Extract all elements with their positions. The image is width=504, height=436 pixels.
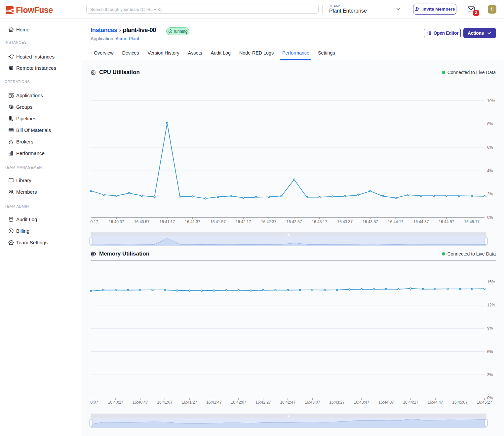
svg-text:16:41:37: 16:41:37 <box>185 219 200 224</box>
svg-text:16:41:07: 16:41:07 <box>157 400 173 405</box>
svg-text:12%: 12% <box>487 303 495 307</box>
svg-text:16:45:17: 16:45:17 <box>464 219 480 224</box>
svg-text:0%: 0% <box>487 396 493 400</box>
svg-text:8%: 8% <box>487 122 493 126</box>
svg-text:16:42:17: 16:42:17 <box>236 219 251 224</box>
svg-text:16:45:27: 16:45:27 <box>477 400 492 405</box>
svg-text:4%: 4% <box>487 169 493 173</box>
svg-text:9%: 9% <box>487 326 493 331</box>
svg-text:16:43:17: 16:43:17 <box>312 219 327 224</box>
svg-text:16:42:27: 16:42:27 <box>255 400 271 405</box>
svg-text:16:43:07: 16:43:07 <box>305 400 320 405</box>
svg-text:16:44:17: 16:44:17 <box>388 219 404 224</box>
svg-text:16:43:27: 16:43:27 <box>329 400 345 405</box>
svg-text:2%: 2% <box>487 192 493 196</box>
svg-text:0:07: 0:07 <box>91 400 98 405</box>
svg-text:16:44:57: 16:44:57 <box>439 219 454 224</box>
svg-text:10%: 10% <box>487 99 495 103</box>
svg-text:16:40:37: 16:40:37 <box>109 219 124 224</box>
svg-text:16:43:57: 16:43:57 <box>363 219 378 224</box>
svg-text:0:17: 0:17 <box>91 219 98 224</box>
svg-text:16:44:47: 16:44:47 <box>428 400 443 405</box>
svg-text:16:41:47: 16:41:47 <box>206 400 222 405</box>
svg-text:16:40:27: 16:40:27 <box>108 400 124 405</box>
svg-text:0%: 0% <box>487 215 493 220</box>
svg-text:16:40:47: 16:40:47 <box>133 400 148 405</box>
svg-text:16:42:07: 16:42:07 <box>231 400 247 405</box>
svg-text:16:41:17: 16:41:17 <box>160 219 175 224</box>
svg-text:16:44:37: 16:44:37 <box>413 219 429 224</box>
svg-text:16:43:47: 16:43:47 <box>354 400 369 405</box>
svg-text:6%: 6% <box>487 349 493 354</box>
svg-text:6%: 6% <box>487 145 493 150</box>
svg-text:16:45:07: 16:45:07 <box>452 400 468 405</box>
svg-text:16:40:57: 16:40:57 <box>134 219 150 224</box>
svg-text:3%: 3% <box>487 373 493 377</box>
svg-text:15%: 15% <box>487 280 495 284</box>
svg-text:16:42:47: 16:42:47 <box>280 400 295 405</box>
svg-text:16:43:37: 16:43:37 <box>337 219 353 224</box>
svg-text:16:44:07: 16:44:07 <box>378 400 394 405</box>
svg-text:16:41:27: 16:41:27 <box>182 400 197 405</box>
svg-text:16:41:57: 16:41:57 <box>210 219 226 224</box>
svg-text:16:44:27: 16:44:27 <box>403 400 418 405</box>
svg-text:16:42:37: 16:42:37 <box>261 219 277 224</box>
svg-text:16:42:57: 16:42:57 <box>287 219 302 224</box>
